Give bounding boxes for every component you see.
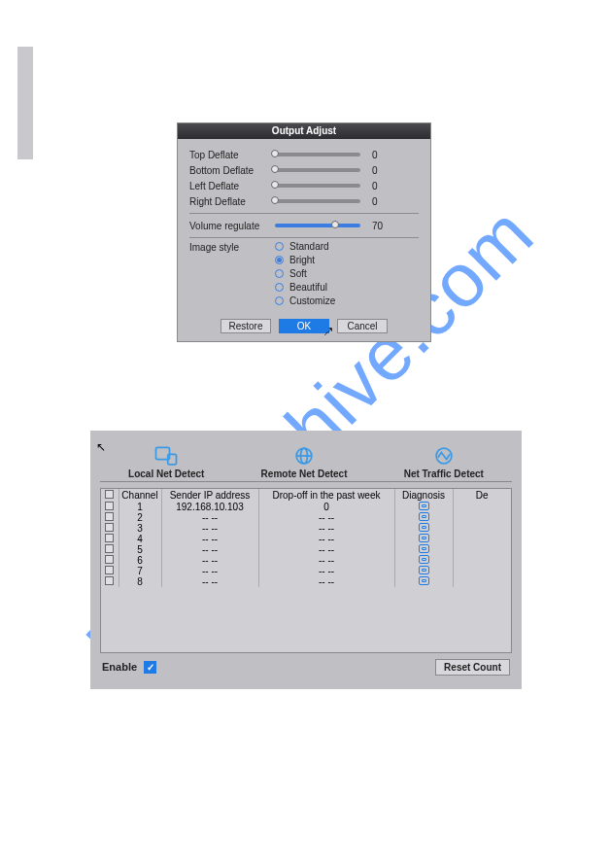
mouse-cursor-icon: ⭧ [322,326,334,338]
table-row: 7-- ---- -- [101,566,511,576]
separator [189,213,419,214]
table-row: 2-- ---- -- [101,512,511,523]
row-checkbox[interactable] [105,523,114,532]
slider-label: Right Deflate [189,196,275,207]
row-checkbox[interactable] [105,512,114,521]
cell-channel: 6 [119,555,161,566]
table-row: 3-- ---- -- [101,523,511,534]
row-checkbox[interactable] [105,502,114,510]
deflate-slider[interactable] [275,184,360,188]
cell-channel: 3 [119,523,161,534]
row-checkbox[interactable] [105,566,114,574]
reset-count-button[interactable]: Reset Count [435,659,510,676]
col-channel: Channel [119,489,161,502]
cell-channel: 2 [119,512,161,523]
tab-underline [100,481,512,482]
page-side-bar [17,47,33,159]
image-style-option[interactable]: Beautiful [275,280,419,294]
volume-label: Volume regulate [189,221,275,231]
image-style-option[interactable]: Customize [275,294,419,307]
diagnosis-icon[interactable] [419,566,429,574]
radio-icon [275,283,284,292]
cell-ip: -- -- [161,544,258,555]
slider-label: Bottom Deflate [189,165,275,176]
enable-label: Enable [102,661,137,673]
image-style-option[interactable]: Standard [275,239,419,253]
cell-channel: 7 [119,566,161,576]
cell-channel: 8 [119,576,161,587]
cell-dropoff: -- -- [258,534,394,544]
slider-value: 0 [372,196,378,207]
cell-dropoff: -- -- [258,523,394,534]
row-checkbox[interactable] [105,534,114,542]
diagnosis-icon[interactable] [419,502,429,510]
cancel-button[interactable]: Cancel [337,319,388,333]
col-dropoff: Drop-off in the past week [258,489,394,502]
cell-ip: -- -- [161,576,258,587]
diagnosis-icon[interactable] [419,523,429,532]
table-row: 5-- ---- -- [101,544,511,555]
enable-row: Enable ✓ [102,661,156,674]
restore-button[interactable]: Restore [221,319,271,333]
col-sender-ip: Sender IP address [161,489,258,502]
cell-ip: 192.168.10.103 [161,502,258,512]
cell-channel: 1 [119,502,161,512]
cell-dropoff: -- -- [258,576,394,587]
cell-dropoff: -- -- [258,512,394,523]
diagnosis-icon[interactable] [419,555,429,564]
cell-dropoff: -- -- [258,566,394,576]
cell-ip: -- -- [161,566,258,576]
net-detect-panel: ↖ Local Net Detect Remote Net Detect Net… [90,431,522,689]
tab-remote-net-detect[interactable]: Remote Net Detect [261,445,348,479]
col-det: De [453,489,511,502]
row-checkbox[interactable] [105,576,114,585]
dialog-title: Output Adjust [178,123,430,139]
cell-dropoff: 0 [258,502,394,512]
cell-channel: 4 [119,534,161,544]
remote-net-icon [261,445,348,467]
diagnosis-icon[interactable] [419,576,429,585]
local-net-icon [128,445,204,467]
image-style-option[interactable]: Soft [275,266,419,280]
deflate-slider[interactable] [275,168,360,172]
cell-ip: -- -- [161,555,258,566]
output-adjust-dialog: Output Adjust Top Deflate0Bottom Deflate… [177,122,431,342]
slider-value: 0 [372,165,378,176]
table-row: 1192.168.10.1030 [101,502,511,512]
cell-ip: -- -- [161,534,258,544]
enable-checkbox[interactable]: ✓ [144,661,156,674]
diagnosis-icon[interactable] [419,544,429,553]
row-checkbox[interactable] [105,544,114,553]
diagnosis-icon[interactable] [419,512,429,521]
radio-icon [275,296,284,305]
cell-ip: -- -- [161,512,258,523]
ok-button[interactable]: OK ⭧ [279,319,329,333]
cell-channel: 5 [119,544,161,555]
slider-label: Left Deflate [189,181,275,191]
mouse-cursor-icon: ↖ [96,440,106,454]
radio-icon [275,242,284,251]
table-row: 6-- ---- -- [101,555,511,566]
table-row: 4-- ---- -- [101,534,511,544]
volume-slider[interactable] [275,224,360,227]
separator [189,237,419,238]
cell-dropoff: -- -- [258,555,394,566]
col-diagnosis: Diagnosis [394,489,453,502]
image-style-label: Image style [189,242,275,253]
header-checkbox[interactable] [105,490,114,499]
traffic-icon [404,445,484,467]
deflate-slider[interactable] [275,199,360,203]
cell-ip: -- -- [161,523,258,534]
slider-value: 0 [372,181,378,191]
diagnosis-icon[interactable] [419,534,429,542]
row-checkbox[interactable] [105,555,114,564]
image-style-option[interactable]: Bright [275,253,419,266]
volume-value: 70 [372,221,383,231]
slider-value: 0 [372,150,378,160]
channel-table: Channel Sender IP address Drop-off in th… [100,488,512,653]
radio-icon [275,256,284,264]
deflate-slider[interactable] [275,153,360,156]
tab-local-net-detect[interactable]: Local Net Detect [128,445,204,479]
tab-net-traffic-detect[interactable]: Net Traffic Detect [404,445,484,479]
cell-dropoff: -- -- [258,544,394,555]
